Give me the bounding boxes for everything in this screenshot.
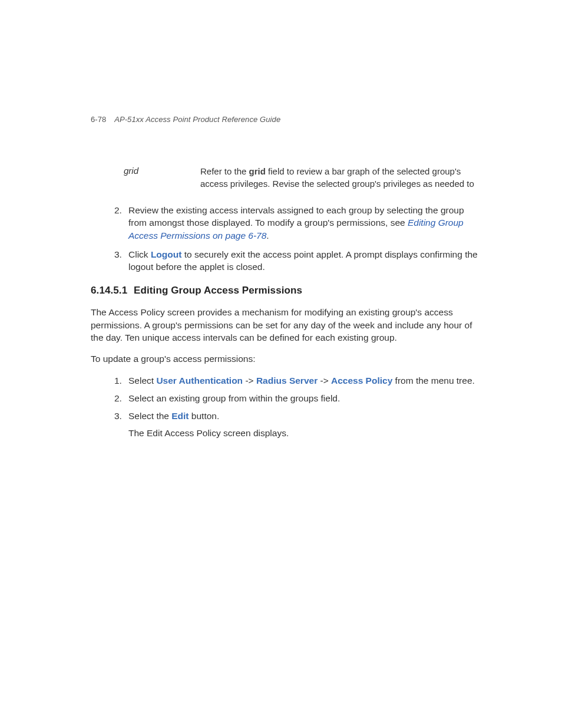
page-number: 6-78 <box>91 115 106 124</box>
list-item: 2. Review the existing access intervals … <box>114 204 478 242</box>
subsection-heading: 6.14.5.1 Editing Group Access Permission… <box>91 284 478 298</box>
subsection-title: Editing Group Access Permissions <box>134 285 302 296</box>
list-item: 1. Select User Authentication -> Radius … <box>114 374 478 388</box>
subsection-number: 6.14.5.1 <box>91 285 127 296</box>
list-number: 2. <box>114 204 128 242</box>
grid-bold: grid <box>249 166 266 176</box>
paragraph: To update a group's access permissions: <box>91 353 478 365</box>
top-ordered-list: 2. Review the existing access intervals … <box>114 204 478 274</box>
page-header: 6-78 AP-51xx Access Point Product Refere… <box>91 114 478 125</box>
list-number: 3. <box>114 248 128 274</box>
list-body: Select the Edit button. <box>128 409 478 423</box>
list-item: 3. Click Logout to securely exit the acc… <box>114 248 478 274</box>
follow-paragraph: The Edit Access Policy screen displays. <box>128 427 478 440</box>
list-number: 2. <box>114 391 128 406</box>
menu-path-bold: Radius Server <box>256 375 318 386</box>
list-body: Select User Authentication -> Radius Ser… <box>128 374 478 388</box>
definition-term: grid <box>124 165 200 190</box>
menu-path-bold: Access Policy <box>331 375 392 386</box>
menu-path-bold: User Authentication <box>156 375 243 386</box>
definition-row: grid Refer to the grid field to review a… <box>124 165 478 190</box>
list-item: 3. Select the Edit button. <box>114 409 478 423</box>
edit-bold: Edit <box>171 411 189 421</box>
list-body: Click Logout to securely exit the access… <box>128 248 478 274</box>
list-item: 2. Select an existing group from within … <box>114 391 478 406</box>
list-body: Review the existing access intervals ass… <box>128 204 478 242</box>
guide-title: AP-51xx Access Point Product Reference G… <box>114 115 280 124</box>
definition-description: Refer to the grid field to review a bar … <box>200 165 478 190</box>
list-number: 3. <box>114 409 128 423</box>
logout-bold: Logout <box>151 249 182 259</box>
list-body: Select an existing group from within the… <box>128 391 478 406</box>
sub-ordered-list: 1. Select User Authentication -> Radius … <box>114 374 478 423</box>
paragraph: The Access Policy screen provides a mech… <box>91 306 478 344</box>
list-number: 1. <box>114 374 128 388</box>
